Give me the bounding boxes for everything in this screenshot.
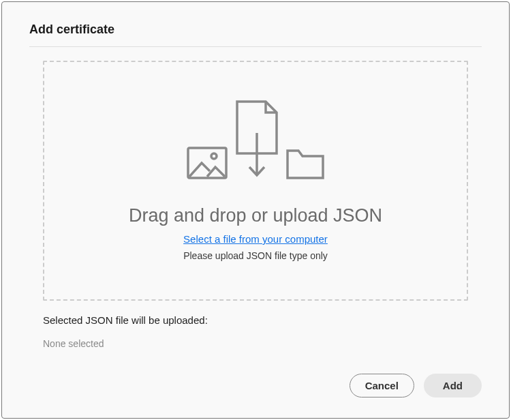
selected-file-value: None selected	[43, 338, 482, 349]
selected-file-label: Selected JSON file will be uploaded:	[43, 314, 482, 326]
dropzone-icon-group	[187, 100, 324, 182]
svg-point-1	[211, 153, 217, 159]
dialog-title: Add certificate	[29, 22, 482, 47]
select-file-link[interactable]: Select a file from your computer	[183, 233, 328, 245]
add-button[interactable]: Add	[424, 374, 482, 397]
dropzone-heading: Drag and drop or upload JSON	[129, 205, 382, 226]
dialog-buttons: Cancel Add	[350, 374, 482, 397]
file-download-icon	[234, 100, 279, 182]
image-icon	[187, 147, 228, 182]
file-dropzone[interactable]: Drag and drop or upload JSON Select a fi…	[43, 61, 468, 301]
cancel-button[interactable]: Cancel	[350, 374, 414, 397]
add-certificate-dialog: Add certificate	[1, 1, 510, 419]
file-type-hint: Please upload JSON file type only	[183, 250, 328, 261]
folder-icon	[286, 148, 324, 182]
